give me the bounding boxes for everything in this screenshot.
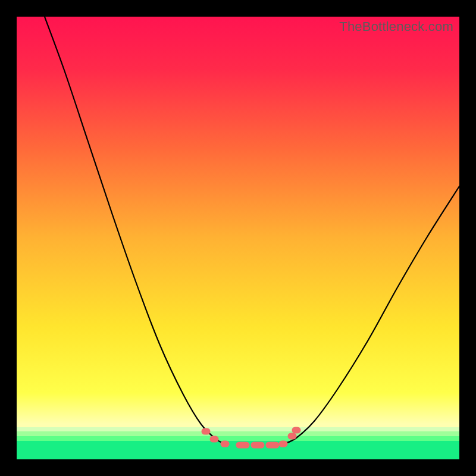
right-curve — [284, 186, 459, 444]
valley-markers — [205, 430, 298, 445]
chart-frame: TheBottleneck.com — [0, 0, 476, 476]
left-curve — [45, 17, 225, 444]
curve-layer — [17, 17, 459, 459]
plot-area: TheBottleneck.com — [17, 17, 459, 459]
watermark-text: TheBottleneck.com — [339, 19, 453, 35]
